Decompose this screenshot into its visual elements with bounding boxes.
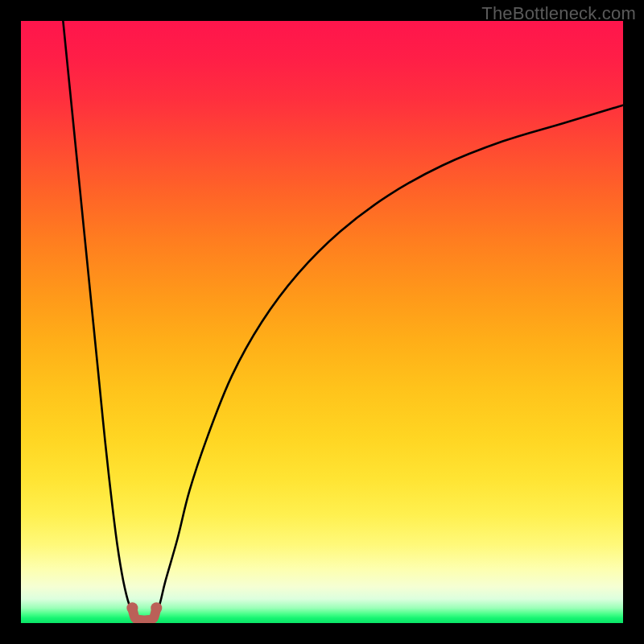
- watermark-text: TheBottleneck.com: [481, 3, 636, 24]
- valley-marker-endcap-left: [126, 602, 138, 613]
- curve-left-branch: [63, 21, 135, 617]
- bottleneck-curve: [21, 21, 623, 623]
- valley-marker-endcap-right: [151, 602, 162, 613]
- plot-frame: [21, 21, 623, 623]
- curve-right-branch: [154, 105, 623, 617]
